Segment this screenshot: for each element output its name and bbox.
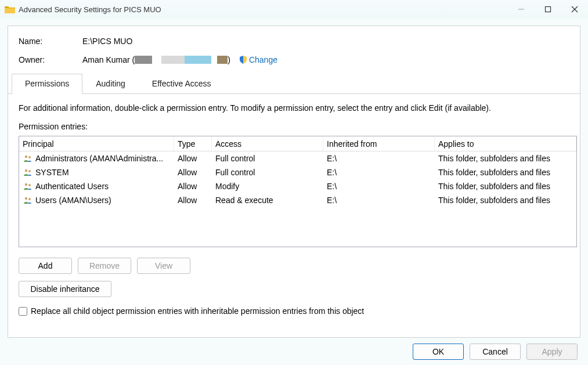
change-owner-link[interactable]: Change (249, 55, 277, 64)
svg-point-7 (28, 170, 31, 172)
svg-point-4 (25, 156, 27, 158)
cell-applies: This folder, subfolders and files (435, 194, 576, 206)
name-label: Name: (19, 37, 82, 46)
svg-point-9 (28, 184, 31, 186)
cell-type: Allow (174, 194, 212, 206)
cell-applies: This folder, subfolders and files (435, 153, 576, 164)
table-body: Administrators (AMAN\Administra...AllowF… (19, 151, 576, 207)
svg-point-11 (28, 198, 31, 200)
table-row[interactable]: Users (AMAN\Users)AllowRead & executeE:\… (19, 193, 576, 207)
owner-row: Owner: Aman Kumar ( ) Change (19, 55, 569, 64)
table-row[interactable]: SYSTEMAllowFull controlE:\This folder, s… (19, 165, 576, 179)
view-button[interactable]: View (137, 258, 190, 274)
cell-type: Allow (174, 153, 212, 164)
name-value: E:\PICS MUO (82, 37, 132, 46)
svg-point-6 (25, 169, 27, 172)
entries-label: Permission entries: (19, 122, 569, 131)
tab-auditing[interactable]: Auditing (82, 74, 139, 93)
owner-value: Aman Kumar ( ) Change (82, 55, 277, 64)
window-controls (508, 0, 588, 19)
cell-principal: SYSTEM (35, 168, 69, 177)
titlebar: Advanced Security Settings for PICS MUO (0, 0, 588, 19)
th-inherited[interactable]: Inherited from (323, 136, 435, 151)
cell-principal: Authenticated Users (35, 182, 109, 191)
owner-prefix: Aman Kumar ( (82, 55, 135, 64)
cell-inherited: E:\ (323, 167, 435, 178)
cell-applies: This folder, subfolders and files (435, 180, 576, 192)
th-type[interactable]: Type (174, 136, 212, 151)
disable-inheritance-button[interactable]: Disable inheritance (19, 281, 111, 297)
tab-effective-access[interactable]: Effective Access (139, 74, 225, 93)
cell-access: Modify (212, 180, 323, 192)
maximize-button[interactable] (535, 0, 561, 19)
cell-principal: Administrators (AMAN\Administra... (35, 154, 163, 163)
users-icon (23, 168, 33, 176)
ok-button[interactable]: OK (413, 344, 464, 360)
cell-type: Allow (174, 180, 212, 192)
tab-permissions[interactable]: Permissions (12, 74, 82, 94)
th-access[interactable]: Access (212, 136, 323, 151)
svg-rect-1 (546, 7, 551, 12)
cell-access: Read & execute (212, 194, 323, 206)
replace-checkbox-row[interactable]: Replace all child object permission entr… (19, 306, 569, 316)
redacted-block (217, 56, 228, 64)
cell-inherited: E:\ (323, 153, 435, 164)
apply-button[interactable]: Apply (526, 344, 578, 360)
entry-buttons: Add Remove View (19, 258, 569, 274)
name-row: Name: E:\PICS MUO (19, 37, 569, 46)
cell-access: Full control (212, 153, 323, 164)
users-icon (23, 196, 33, 204)
th-applies[interactable]: Applies to (435, 136, 576, 151)
table-row[interactable]: Authenticated UsersAllowModifyE:\This fo… (19, 179, 576, 193)
cancel-button[interactable]: Cancel (470, 344, 521, 360)
permission-table: Principal Type Access Inherited from App… (19, 136, 577, 247)
users-icon (23, 154, 33, 162)
shield-icon (239, 55, 248, 64)
owner-suffix: ) (228, 55, 230, 64)
info-text: For additional information, double-click… (19, 103, 569, 113)
main-panel: Name: E:\PICS MUO Owner: Aman Kumar ( ) … (8, 26, 580, 338)
cell-type: Allow (174, 167, 212, 178)
add-button[interactable]: Add (19, 258, 72, 274)
svg-point-8 (25, 183, 27, 186)
redacted-block (161, 56, 185, 64)
table-header: Principal Type Access Inherited from App… (19, 136, 576, 151)
th-principal[interactable]: Principal (19, 136, 174, 151)
table-row[interactable]: Administrators (AMAN\Administra...AllowF… (19, 151, 576, 165)
cell-access: Full control (212, 167, 323, 178)
cell-principal: Users (AMAN\Users) (35, 196, 111, 205)
tabs: Permissions Auditing Effective Access (8, 74, 580, 94)
folder-icon (5, 5, 15, 13)
cell-inherited: E:\ (323, 180, 435, 192)
svg-point-5 (28, 156, 31, 158)
remove-button[interactable]: Remove (78, 258, 131, 274)
cell-inherited: E:\ (323, 194, 435, 206)
close-button[interactable] (561, 0, 588, 19)
minimize-button[interactable] (508, 0, 535, 19)
users-icon (23, 182, 33, 190)
replace-checkbox-label: Replace all child object permission entr… (31, 306, 364, 316)
cell-applies: This folder, subfolders and files (435, 167, 576, 178)
window-title: Advanced Security Settings for PICS MUO (19, 5, 508, 14)
redacted-block (135, 56, 152, 64)
redacted-block (185, 56, 211, 64)
owner-label: Owner: (19, 55, 82, 64)
svg-point-10 (25, 197, 27, 200)
dialog-footer: OK Cancel Apply (0, 338, 588, 360)
replace-checkbox[interactable] (19, 307, 27, 316)
